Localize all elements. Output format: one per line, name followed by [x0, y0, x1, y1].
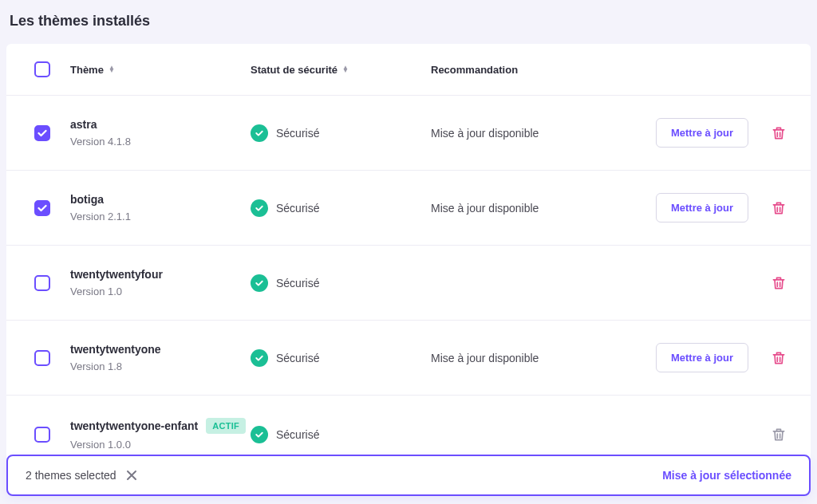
security-status-label: Sécurisé: [276, 202, 319, 215]
update-button[interactable]: Mettre à jour: [656, 193, 748, 222]
theme-name: twentytwentyone-enfantACTIF: [70, 418, 251, 434]
theme-version: Version 1.0: [70, 285, 251, 297]
table-row: twentytwentyoneVersion 1.8SécuriséMise à…: [6, 321, 811, 396]
security-status: Sécurisé: [251, 426, 431, 443]
active-badge: ACTIF: [206, 418, 246, 434]
theme-version: Version 2.1.1: [70, 211, 251, 222]
recommendation-cell: Mise à jour disponible: [431, 202, 611, 215]
security-status-label: Sécurisé: [276, 428, 319, 441]
trash-icon: [771, 427, 787, 443]
check-circle-icon: [251, 124, 268, 142]
trash-icon[interactable]: [771, 275, 787, 291]
theme-name-label: botiga: [70, 193, 104, 206]
check-circle-icon: [251, 199, 268, 217]
trash-icon[interactable]: [771, 200, 787, 216]
table-header-row: Thème ▲▼ Statut de sécurité ▲▼ Recommand…: [6, 44, 811, 96]
header-security-status[interactable]: Statut de sécurité ▲▼: [251, 64, 431, 76]
security-status-label: Sécurisé: [276, 127, 319, 140]
security-status: Sécurisé: [251, 124, 431, 142]
theme-name: botiga: [70, 193, 251, 206]
theme-name: twentytwentyone: [70, 343, 251, 356]
header-security-label: Statut de sécurité: [251, 64, 337, 76]
row-checkbox[interactable]: [34, 200, 50, 216]
selection-bar: 2 themes selected Mise à jour sélectionn…: [6, 455, 811, 496]
update-button[interactable]: Mettre à jour: [656, 343, 748, 372]
header-recommendation: Recommandation: [431, 64, 611, 76]
check-circle-icon: [251, 349, 268, 367]
row-checkbox[interactable]: [34, 350, 50, 366]
security-status-label: Sécurisé: [276, 277, 319, 289]
theme-name-label: twentytwentyfour: [70, 268, 163, 281]
header-theme-label: Thème: [70, 64, 104, 76]
theme-version: Version 4.1.8: [70, 136, 251, 148]
row-checkbox[interactable]: [34, 125, 50, 141]
select-all-checkbox[interactable]: [34, 61, 50, 77]
sort-icon: ▲▼: [109, 66, 115, 73]
check-circle-icon: [251, 274, 268, 292]
selection-count: 2 themes selected: [26, 469, 116, 482]
theme-name-label: astra: [70, 118, 97, 131]
trash-icon[interactable]: [771, 125, 787, 141]
security-status: Sécurisé: [251, 349, 431, 367]
theme-version: Version 1.0.0: [70, 439, 251, 451]
sort-icon: ▲▼: [342, 66, 349, 73]
check-circle-icon: [251, 426, 268, 443]
recommendation-cell: Mise à jour disponible: [431, 127, 611, 140]
recommendation-cell: Mise à jour disponible: [431, 352, 611, 364]
header-theme[interactable]: Thème ▲▼: [70, 64, 251, 76]
theme-name: astra: [70, 118, 251, 131]
header-recommendation-label: Recommandation: [431, 64, 518, 76]
theme-version: Version 1.8: [70, 360, 251, 372]
theme-name-label: twentytwentyone-enfant: [70, 419, 198, 432]
close-icon[interactable]: [126, 470, 137, 481]
theme-name: twentytwentyfour: [70, 268, 251, 281]
theme-name-label: twentytwentyone: [70, 343, 161, 356]
row-checkbox[interactable]: [34, 275, 50, 291]
table-row: astraVersion 4.1.8SécuriséMise à jour di…: [6, 96, 811, 171]
themes-table: Thème ▲▼ Statut de sécurité ▲▼ Recommand…: [6, 44, 811, 474]
bulk-update-button[interactable]: Mise à jour sélectionnée: [662, 469, 791, 482]
table-row: botigaVersion 2.1.1SécuriséMise à jour d…: [6, 171, 811, 246]
page-title: Les thèmes installés: [10, 13, 811, 30]
table-row: twentytwentyfourVersion 1.0Sécurisé: [6, 246, 811, 321]
row-checkbox[interactable]: [34, 427, 50, 443]
trash-icon[interactable]: [771, 350, 787, 366]
security-status: Sécurisé: [251, 199, 431, 217]
update-button[interactable]: Mettre à jour: [656, 118, 748, 148]
security-status-label: Sécurisé: [276, 352, 319, 364]
security-status: Sécurisé: [251, 274, 431, 292]
